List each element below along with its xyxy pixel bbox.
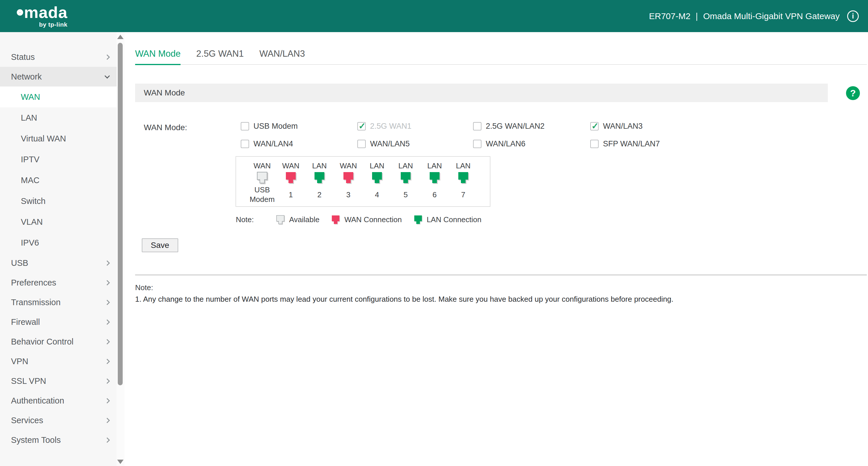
sidebar-item-mac[interactable]: MAC [0,170,117,191]
port-wan-icon [343,172,353,183]
brand-subtext: by tp-link [17,21,67,28]
checkbox-25g-wan1[interactable]: 2.5G WAN1 [357,122,411,131]
chevron-right-icon [104,339,110,344]
checkbox-icon[interactable] [357,140,366,148]
legend-available: Available [276,215,319,224]
footnote-title: Note: [135,283,153,292]
sidebar-item-preferences[interactable]: Preferences [0,273,117,292]
sidebar-item-virtual-wan[interactable]: Virtual WAN [0,128,117,149]
checkbox-usb-modem[interactable]: USB Modem [241,122,298,131]
chevron-right-icon [104,54,110,60]
port-available-icon [276,215,284,224]
tab-25g-wan1[interactable]: 2.5G WAN1 [196,49,244,64]
info-icon[interactable]: i [847,10,859,22]
port-column-4: LAN 4 [361,161,393,204]
checkbox-icon[interactable] [241,122,249,130]
footnote-line: 1. Any change to the number of WAN ports… [135,295,674,304]
checkbox-sfp-wan-lan7[interactable]: SFP WAN/LAN7 [590,139,660,148]
port-lan-icon [429,172,440,183]
checkbox-icon[interactable] [473,122,482,130]
port-column-6: LAN 6 [418,161,451,204]
checkbox-checked-icon[interactable] [590,122,599,130]
legend-lan-connection: LAN Connection [414,215,482,224]
section-title: WAN Mode [144,88,185,97]
checkbox-icon[interactable] [473,140,482,148]
section-header: WAN Mode [135,84,828,102]
sidebar-item-lan[interactable]: LAN [0,107,117,128]
port-column-7: LAN 7 [447,161,479,204]
checkbox-wan-lan6[interactable]: WAN/LAN6 [473,139,525,148]
chevron-right-icon [104,280,110,285]
port-legend: Note: Available WAN Connection LAN Conne… [236,215,494,224]
chevron-right-icon [104,359,110,364]
save-button[interactable]: Save [142,238,178,252]
checkbox-25g-wan-lan2[interactable]: 2.5G WAN/LAN2 [473,122,545,131]
chevron-right-icon [104,300,110,305]
checkbox-checked-icon[interactable] [357,122,366,130]
sidebar-item-system-tools[interactable]: System Tools [0,430,117,450]
sidebar-item-vpn[interactable]: VPN [0,351,117,371]
brand-text: mada [24,4,67,21]
sidebar-menu: Status Network WAN LAN Virtual WAN IPTV … [0,32,117,450]
tab-wan-lan3[interactable]: WAN/LAN3 [259,49,305,64]
checkbox-icon[interactable] [241,140,249,148]
chevron-right-icon [104,319,110,324]
help-icon[interactable]: ? [846,86,860,100]
checkbox-wan-lan4[interactable]: WAN/LAN4 [241,139,293,148]
chevron-right-icon [104,418,110,423]
sidebar-item-usb[interactable]: USB [0,253,117,273]
sidebar-item-wan[interactable]: WAN [0,87,117,107]
sidebar-scrollbar[interactable] [117,32,124,466]
main-content: WAN Mode 2.5G WAN1 WAN/LAN3 WAN Mode ? W… [124,32,868,466]
port-column-1: WAN 1 [275,161,307,204]
port-lan-icon [458,172,468,183]
wan-mode-label: WAN Mode: [144,123,187,132]
sidebar-item-transmission[interactable]: Transmission [0,292,117,312]
device-info: ER707-M2 | Omada Multi-Gigabit VPN Gatew… [649,10,859,22]
tab-bar: WAN Mode 2.5G WAN1 WAN/LAN3 [135,49,867,65]
checkbox-wan-lan3[interactable]: WAN/LAN3 [590,122,643,131]
port-lan-icon [372,172,382,183]
sidebar: Status Network WAN LAN Virtual WAN IPTV … [0,32,124,466]
device-name: Omada Multi-Gigabit VPN Gateway [703,11,840,21]
port-available-icon [257,172,267,183]
port-column-5: LAN 5 [390,161,422,204]
port-wan-icon [332,215,340,224]
page: mada by tp-link ER707-M2 | Omada Multi-G… [0,0,868,466]
sidebar-item-authentication[interactable]: Authentication [0,391,117,410]
sidebar-item-firewall[interactable]: Firewall [0,312,117,332]
chevron-right-icon [104,437,110,442]
app-header: mada by tp-link ER707-M2 | Omada Multi-G… [0,0,868,32]
scroll-up-icon[interactable] [117,35,124,39]
sidebar-item-vlan[interactable]: VLAN [0,212,117,232]
sidebar-item-network[interactable]: Network [0,67,117,87]
chevron-right-icon [104,260,110,266]
sidebar-item-switch[interactable]: Switch [0,191,117,212]
checkbox-wan-lan5[interactable]: WAN/LAN5 [357,139,410,148]
chevron-right-icon [104,398,110,403]
omada-logo-ring-icon [17,9,23,15]
legend-title: Note: [236,215,254,224]
chevron-down-icon [104,73,110,79]
sidebar-item-iptv[interactable]: IPTV [0,149,117,170]
sidebar-item-status[interactable]: Status [0,47,117,67]
port-wan-icon [286,172,296,183]
checkbox-icon[interactable] [590,140,599,148]
sidebar-item-services[interactable]: Services [0,410,117,430]
port-lan-icon [414,215,422,224]
separator: | [695,11,698,21]
port-column-2: LAN 2 [304,161,335,204]
sidebar-item-ipv6[interactable]: IPV6 [0,232,117,253]
port-lan-icon [400,172,411,183]
scroll-down-icon[interactable] [117,460,124,464]
divider [135,275,867,275]
sidebar-item-ssl-vpn[interactable]: SSL VPN [0,371,117,391]
port-column-3: WAN 3 [333,161,364,204]
chevron-right-icon [104,378,110,383]
tab-wan-mode[interactable]: WAN Mode [135,49,181,65]
port-lan-icon [314,172,324,183]
scrollbar-thumb[interactable] [118,43,123,385]
port-column-usb: WAN USB Modem [246,161,278,204]
sidebar-item-behavior-control[interactable]: Behavior Control [0,332,117,351]
device-model: ER707-M2 [649,11,690,21]
